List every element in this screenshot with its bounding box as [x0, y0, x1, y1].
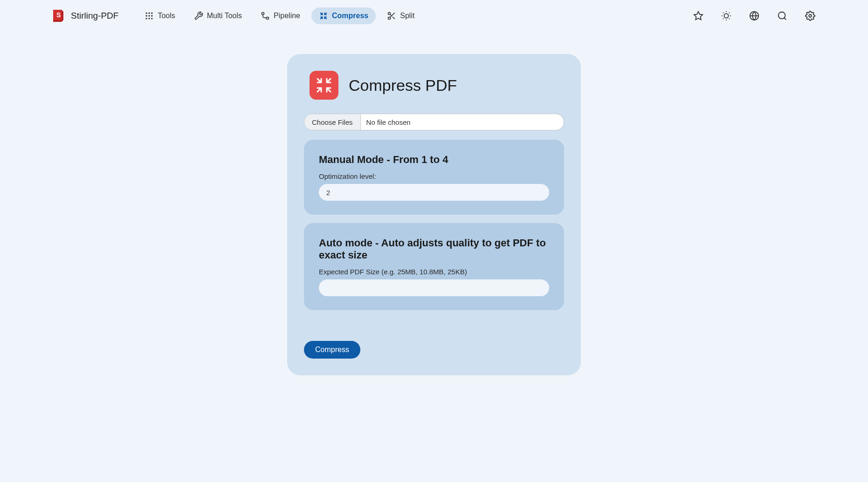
globe-icon — [749, 11, 759, 21]
star-icon — [693, 11, 703, 21]
topbar: S Stirling-PDF Tools Multi Tools Pipelin… — [0, 0, 868, 32]
topbar-right-icons — [692, 9, 817, 22]
search-button[interactable] — [776, 9, 789, 22]
gear-icon — [805, 11, 815, 21]
optimization-level-label: Optimization level: — [319, 172, 549, 180]
svg-point-1 — [146, 13, 147, 14]
brand-name: Stirling-PDF — [71, 11, 118, 21]
svg-point-29 — [778, 12, 785, 19]
nav-compress-label: Compress — [332, 12, 368, 20]
svg-point-6 — [152, 15, 153, 16]
svg-text:S: S — [56, 11, 61, 19]
page-title: Compress PDF — [349, 76, 457, 95]
nav-pipeline[interactable]: Pipeline — [253, 7, 308, 24]
svg-point-4 — [146, 15, 147, 16]
card-header: Compress PDF — [304, 71, 564, 100]
nav-split[interactable]: Split — [379, 7, 422, 24]
svg-point-10 — [262, 13, 264, 15]
search-icon — [777, 11, 787, 21]
file-status: No file chosen — [361, 114, 564, 130]
svg-point-12 — [388, 13, 391, 15]
nav-compress[interactable]: Compress — [311, 7, 376, 24]
scissors-icon — [387, 11, 396, 20]
manual-mode-title: Manual Mode - From 1 to 4 — [319, 154, 549, 166]
svg-point-8 — [149, 18, 150, 19]
auto-mode-title: Auto mode - Auto adjusts quality to get … — [319, 237, 549, 261]
svg-line-26 — [729, 13, 730, 13]
svg-marker-17 — [694, 12, 703, 20]
pipeline-icon — [261, 11, 270, 20]
svg-line-15 — [393, 17, 395, 19]
expected-size-input[interactable] — [319, 279, 549, 296]
file-input[interactable]: Choose Files No file chosen — [304, 114, 564, 130]
svg-point-11 — [267, 17, 269, 20]
language-button[interactable] — [748, 9, 761, 22]
nav-pipeline-label: Pipeline — [274, 12, 300, 20]
tools-icon — [194, 11, 203, 20]
svg-line-16 — [390, 14, 392, 16]
svg-point-2 — [149, 13, 150, 14]
brand-logo-icon: S — [51, 9, 65, 23]
svg-line-30 — [784, 18, 786, 20]
svg-point-5 — [149, 15, 150, 16]
compress-icon — [319, 11, 328, 20]
main: Compress PDF Choose Files No file chosen… — [0, 32, 868, 375]
nav-split-label: Split — [400, 12, 414, 20]
expected-size-label: Expected PDF Size (e.g. 25MB, 10.8MB, 25… — [319, 268, 549, 276]
svg-line-25 — [723, 19, 723, 19]
brand[interactable]: S Stirling-PDF — [51, 9, 118, 23]
svg-line-22 — [729, 19, 730, 19]
svg-point-9 — [152, 18, 153, 19]
compress-page-icon — [310, 71, 338, 100]
sun-icon — [721, 11, 731, 21]
grid-icon — [145, 11, 154, 20]
svg-point-3 — [152, 13, 153, 14]
manual-mode-section: Manual Mode - From 1 to 4 Optimization l… — [304, 140, 564, 215]
svg-line-21 — [723, 13, 723, 13]
svg-point-18 — [724, 14, 728, 18]
nav-tools[interactable]: Tools — [137, 7, 182, 24]
theme-button[interactable] — [720, 9, 733, 22]
svg-point-13 — [388, 17, 391, 20]
nav-multi-tools[interactable]: Multi Tools — [186, 7, 249, 24]
nav-tools-label: Tools — [158, 12, 175, 20]
choose-files-button[interactable]: Choose Files — [304, 114, 361, 130]
settings-button[interactable] — [804, 9, 817, 22]
svg-point-31 — [809, 14, 812, 17]
auto-mode-section: Auto mode - Auto adjusts quality to get … — [304, 223, 564, 310]
optimization-level-input[interactable] — [319, 184, 549, 201]
compress-card: Compress PDF Choose Files No file chosen… — [287, 54, 581, 375]
nav-multi-tools-label: Multi Tools — [207, 12, 242, 20]
favorites-button[interactable] — [692, 9, 705, 22]
svg-point-7 — [146, 18, 147, 19]
compress-submit-button[interactable]: Compress — [304, 341, 360, 359]
